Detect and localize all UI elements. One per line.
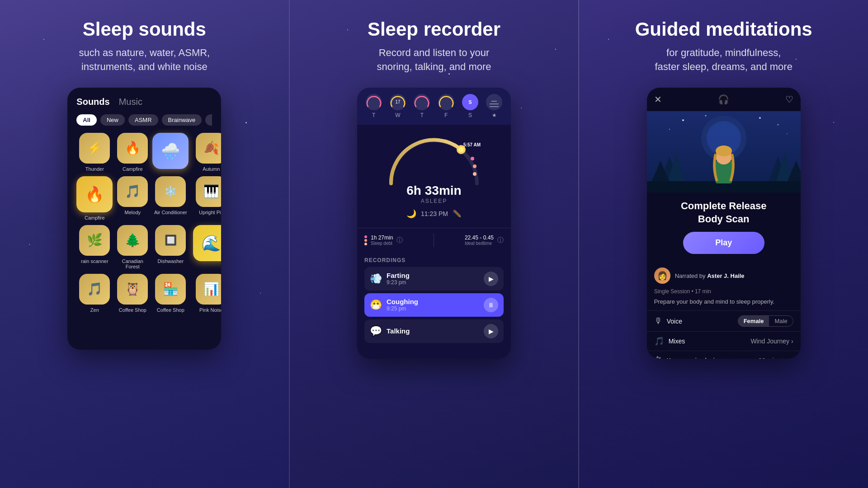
headphones-icon[interactable]: 🎧 (718, 94, 729, 105)
recording-coughing[interactable]: 😷 Coughing 9:25 pm ⏸ (364, 293, 504, 317)
dot1 (364, 235, 367, 238)
mixes-setting-row[interactable]: 🎵 Mixes Wind Journey › (647, 331, 801, 351)
wind-journey-text: Wind Journey (750, 338, 789, 345)
sleep-sounds-title: Sleep sounds (83, 18, 206, 41)
coffee-shop-2-label: Coffee Shop (157, 307, 184, 313)
day-thursday[interactable]: T (414, 94, 430, 118)
sound-upright-piano[interactable]: 🎹 Upright Pia (193, 176, 221, 221)
coughing-pause-btn[interactable]: ⏸ (484, 298, 498, 312)
recording-farting[interactable]: 💨 Farting 9:23 pm ▶ (364, 267, 504, 291)
filter-brainwave[interactable]: Brainwave (162, 114, 202, 126)
keep-music-value: 30 minutes › (759, 357, 793, 359)
info-icon-2[interactable]: ⓘ (497, 236, 504, 244)
talking-info: Talking (387, 327, 410, 335)
female-option[interactable]: Female (738, 316, 769, 326)
sound-autumn[interactable]: 🍂 Autumn (193, 133, 221, 172)
sleep-debt-dots (364, 235, 367, 245)
sound-rain-scanner[interactable]: 🌿 rain scanner (76, 225, 113, 269)
sound-canadian-forest[interactable]: 🌲 Canadian Forest (117, 225, 148, 269)
coffee-shop-label: Coffee Shop (119, 307, 146, 313)
sleep-asleep-label: ASLEEP (406, 198, 461, 204)
filter-asmr[interactable]: ASMR (128, 114, 158, 126)
sound-melody[interactable]: 🎵 Melody (117, 176, 148, 221)
timer-icon: ⏱ (654, 356, 662, 359)
close-icon[interactable]: ✕ (654, 94, 662, 105)
narrator-info: Narrated by Aster J. Haile (675, 272, 745, 280)
keep-music-left: ⏱ Keep music playing (654, 356, 722, 359)
autumn-label: Autumn (203, 166, 220, 172)
dot3 (364, 243, 367, 245)
day-arc-wednesday: 17 (390, 94, 406, 110)
sound-coffee-shop-2[interactable]: 🏪 Coffee Shop (152, 274, 189, 313)
coughing-emoji: 😷 (370, 299, 382, 311)
info-icon-1[interactable]: ⓘ (396, 236, 403, 244)
sound-campfire-small[interactable]: 🔥 Campfire (117, 133, 148, 172)
day-saturday[interactable]: S S (462, 94, 478, 118)
sound-zen[interactable]: 🎵 Zen (76, 274, 113, 313)
meditation-illustration (647, 111, 801, 192)
farting-play-btn[interactable]: ▶ (484, 272, 498, 286)
narrator-prefix: Narrated by Aster J. Haile (675, 272, 745, 279)
guided-meditations-subtitle: for gratitude, mindfulness,faster sleep,… (655, 46, 792, 74)
pink-noise-label: Pink Noise (199, 307, 221, 313)
svg-point-22 (682, 119, 684, 121)
farting-info: Farting 9:23 pm (387, 272, 410, 286)
recording-coughing-left: 😷 Coughing 9:25 pm (370, 298, 418, 312)
edit-icon[interactable]: ✏️ (453, 209, 462, 218)
heart-icon[interactable]: ♡ (785, 94, 793, 105)
sound-pink-noise[interactable]: 📊 Pink Noise (193, 274, 221, 313)
day-arc-friday (438, 94, 454, 110)
day-wednesday[interactable]: 17 W (390, 94, 406, 118)
talking-play-btn[interactable]: ▶ (484, 324, 498, 338)
day-star[interactable]: ★ (486, 94, 502, 118)
tab-music[interactable]: Music (119, 97, 142, 107)
rain-scanner-label: rain scanner (81, 258, 108, 264)
sleep-arc-svg: 5:57 AM (384, 134, 484, 188)
tab-sounds[interactable]: Sounds (76, 97, 109, 107)
svg-point-25 (777, 124, 778, 125)
stats-row: 1h 27min Sleep debt ⓘ 22.45 - 0.45 Ideal… (357, 228, 511, 253)
keep-music-setting-row[interactable]: ⏱ Keep music playing 30 minutes › (647, 351, 801, 359)
sleep-debt-stat: 1h 27min Sleep debt ⓘ (364, 234, 403, 247)
campfire-small-label: Campfire (123, 166, 143, 172)
day-letter-t2: T (420, 112, 424, 118)
filter-new[interactable]: New (100, 114, 125, 126)
autumn-icon: 🍂 (196, 133, 221, 164)
campfire-large-label: Campfire (85, 215, 105, 221)
play-button[interactable]: Play (683, 232, 764, 254)
filter-scifi[interactable]: Sci-Fi (205, 114, 212, 126)
sleep-arc-container: 5:57 AM (384, 134, 484, 188)
melody-icon: 🎵 (117, 176, 148, 207)
filter-pills: All New ASMR Brainwave Sci-Fi Bab (76, 114, 212, 126)
coughing-name: Coughing (387, 298, 418, 305)
male-option[interactable]: Male (769, 316, 793, 326)
sound-rain[interactable]: 🌧️ (152, 133, 189, 172)
sounds-phone-mockup: Sounds Music All New ASMR Brainwave Sci-… (67, 88, 221, 350)
sound-air-conditioner[interactable]: ❄️ Air Conditioner (152, 176, 189, 221)
recording-farting-left: 💨 Farting 9:23 pm (370, 272, 410, 286)
bedtime-row: 🌙 11:23 PM ✏️ (406, 209, 462, 219)
farting-name: Farting (387, 272, 410, 279)
narrator-avatar: 👩 (654, 267, 670, 284)
meditation-title-area: Complete ReleaseBody Scan Play (647, 192, 801, 267)
day-letter-w: W (395, 112, 400, 118)
guided-meditations-title: Guided meditations (635, 18, 812, 41)
sound-ocean[interactable]: 🌊 (193, 225, 221, 269)
svg-text:5:57 AM: 5:57 AM (463, 142, 481, 147)
mixes-icon: 🎵 (654, 336, 664, 346)
zen-icon: 🎵 (79, 274, 110, 305)
voice-toggle[interactable]: Female Male (738, 315, 793, 327)
sound-coffee-shop[interactable]: 🦉 Coffee Shop (117, 274, 148, 313)
talking-emoji: 💬 (370, 325, 382, 337)
filter-all[interactable]: All (76, 114, 97, 126)
recording-talking[interactable]: 💬 Talking ▶ (364, 319, 504, 343)
day-tuesday[interactable]: T (366, 94, 382, 118)
sound-campfire-large[interactable]: 🔥 Campfire (76, 176, 113, 221)
sound-dishwasher[interactable]: 🔲 Dishwasher (152, 225, 189, 269)
day-friday[interactable]: F (438, 94, 454, 118)
sound-thunder[interactable]: ⚡ Thunder (76, 133, 113, 172)
thunder-icon: ⚡ (79, 133, 110, 164)
sleep-debt-value: 1h 27min (371, 235, 393, 241)
day-letter-t1: T (372, 112, 375, 118)
sleep-sounds-panel: Sleep sounds such as nature, water, ASMR… (0, 0, 289, 488)
